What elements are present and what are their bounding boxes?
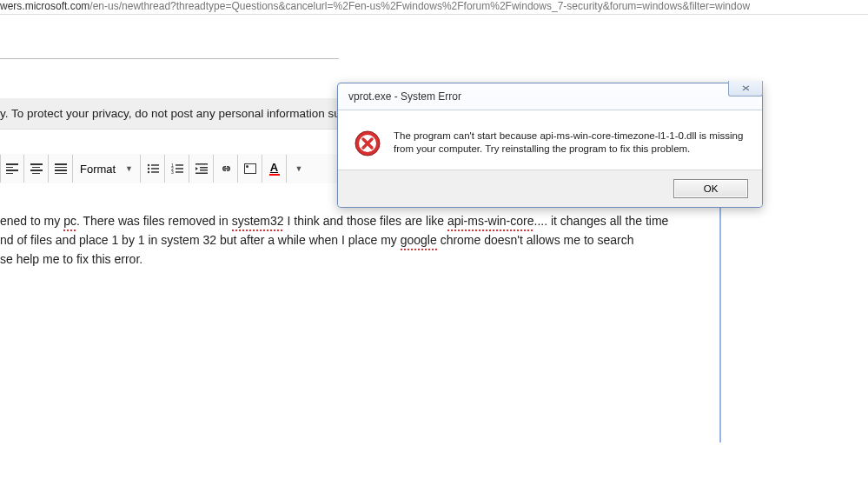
- image-icon: [244, 163, 256, 174]
- svg-marker-13: [195, 167, 198, 170]
- dialog-close-button[interactable]: ✕: [728, 81, 763, 96]
- svg-point-4: [147, 171, 149, 173]
- align-left-icon: [6, 163, 18, 174]
- number-list-button[interactable]: 123: [165, 155, 189, 183]
- dialog-body: The program can't start because api-ms-w…: [338, 110, 762, 170]
- error-dialog: ✕ vprot.exe - System Error The program c…: [337, 83, 763, 208]
- svg-point-2: [147, 168, 149, 170]
- dialog-title: vprot.exe - System Error: [338, 83, 762, 110]
- indent-icon: [195, 163, 208, 174]
- align-center-icon: [30, 163, 43, 174]
- page-content: y. To protect your privacy, do not post …: [0, 15, 868, 442]
- address-bar[interactable]: wers.microsoft.com/en-us/newthread?threa…: [0, 0, 868, 14]
- align-justify-icon: [55, 163, 67, 174]
- chevron-down-icon: ▼: [125, 164, 133, 173]
- svg-rect-9: [176, 168, 183, 170]
- image-button[interactable]: [238, 155, 262, 183]
- svg-rect-11: [176, 171, 183, 173]
- divider: [0, 58, 339, 59]
- editor-content: ened to my pc. There was files removed i…: [0, 211, 712, 269]
- svg-point-0: [147, 164, 149, 166]
- text-color-icon: A: [269, 163, 280, 176]
- editor-textarea[interactable]: ened to my pc. There was files removed i…: [0, 183, 721, 442]
- align-center-button[interactable]: [24, 155, 49, 183]
- bullet-list-icon: [147, 163, 159, 174]
- link-button[interactable]: [214, 155, 238, 183]
- svg-rect-12: [195, 163, 208, 165]
- close-icon: ✕: [741, 83, 750, 93]
- svg-rect-5: [151, 171, 159, 173]
- svg-rect-1: [151, 164, 159, 166]
- text-color-button[interactable]: A: [262, 155, 287, 183]
- svg-text:3: 3: [171, 170, 174, 174]
- svg-rect-15: [200, 170, 208, 171]
- svg-rect-7: [176, 164, 183, 166]
- more-button[interactable]: ▼: [287, 155, 311, 183]
- dialog-footer: OK: [338, 170, 762, 207]
- dialog-message: The program can't start because api-ms-w…: [394, 130, 746, 157]
- format-dropdown[interactable]: Format ▼: [73, 155, 141, 183]
- url-host: wers.microsoft.com: [0, 0, 89, 12]
- ok-button[interactable]: OK: [673, 179, 748, 198]
- bullet-list-button[interactable]: [141, 155, 165, 183]
- align-left-button[interactable]: [0, 155, 24, 183]
- chevron-down-icon: ▼: [295, 164, 303, 173]
- editor-toolbar: Format ▼ 123 A ▼: [0, 154, 356, 183]
- svg-rect-16: [195, 173, 208, 175]
- align-justify-button[interactable]: [49, 155, 73, 183]
- privacy-banner: y. To protect your privacy, do not post …: [0, 98, 356, 130]
- error-icon: [354, 130, 381, 157]
- svg-rect-14: [200, 167, 208, 169]
- number-list-icon: 123: [171, 163, 183, 174]
- url-path: /en-us/newthread?threadtype=Questions&ca…: [89, 0, 750, 12]
- svg-rect-3: [151, 168, 159, 170]
- link-icon: [220, 163, 232, 175]
- indent-button[interactable]: [189, 155, 214, 183]
